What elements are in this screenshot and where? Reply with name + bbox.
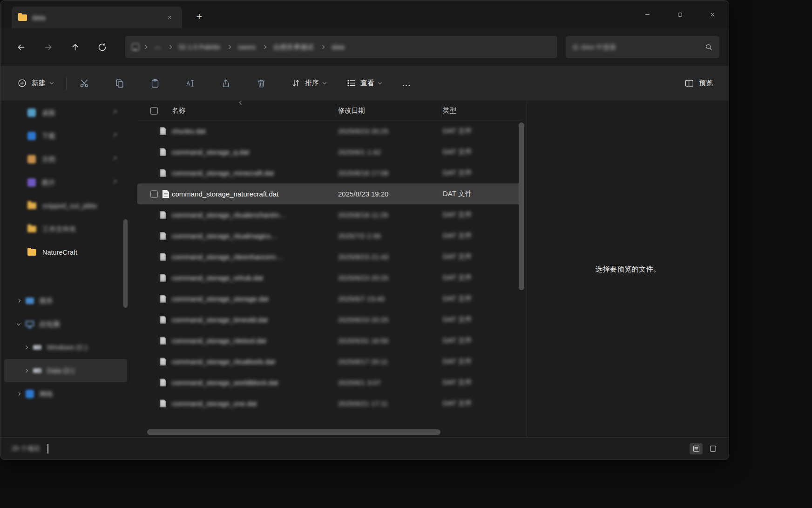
sidebar-section-gap: [0, 264, 134, 289]
breadcrumb-segment[interactable]: 自然世界测试: [271, 41, 317, 54]
file-row[interactable]: command_storage_worldblock.dat 2025/6/1 …: [137, 372, 522, 393]
file-icon: [160, 148, 166, 156]
column-header-name[interactable]: 名称: [172, 106, 332, 115]
view-button[interactable]: 查看: [341, 74, 387, 92]
file-row[interactable]: command_storage_one.dat 2025/6/21 17:11 …: [137, 393, 522, 414]
sidebar-item-naturecraft[interactable]: NatureCraft: [0, 241, 134, 264]
delete-button[interactable]: [250, 73, 272, 94]
sidebar-item-label: Windows (C:): [47, 344, 88, 351]
file-date: 2025/6/1 3:07: [332, 379, 437, 386]
maximize-button[interactable]: [663, 0, 696, 28]
forward-button[interactable]: [36, 37, 60, 57]
file-row[interactable]: command_storage_ritualenchantm… 2025/8/1…: [137, 204, 522, 225]
column-separator[interactable]: [441, 106, 441, 117]
preview-pane-icon: [684, 78, 694, 88]
file-icon: [160, 337, 166, 345]
up-button[interactable]: [63, 37, 87, 57]
breadcrumb-segment[interactable]: saves: [235, 41, 258, 53]
scrollbar-thumb[interactable]: [123, 219, 128, 308]
file-row[interactable]: chunks.dat 2025/6/23 20:25 DAT 文件: [137, 121, 522, 142]
sidebar-item-desktop[interactable]: 桌面: [0, 101, 134, 124]
list-view-icon: [346, 78, 356, 88]
vertical-scrollbar[interactable]: [519, 122, 524, 429]
file-type: DAT 文件: [437, 231, 515, 240]
sidebar-item-gallery[interactable]: 图库: [4, 289, 127, 312]
file-type: DAT 文件: [437, 190, 515, 198]
content-area: 桌面 下载 文档 图片 snipped_out_jddw: [0, 101, 729, 437]
preview-label: 预览: [699, 79, 713, 88]
sidebar-item-data-d[interactable]: Data (D:): [4, 359, 127, 382]
breadcrumb-segment[interactable]: 52.1.5 Palette: [176, 41, 223, 53]
share-icon: [221, 78, 231, 88]
file-row-selected[interactable]: command_storage_naturecraft.dat 2025/8/2…: [137, 183, 522, 204]
chevron-right-icon: [24, 369, 28, 373]
sidebar-item-pictures[interactable]: 图片: [0, 171, 134, 194]
file-date: 2025/5/31 16:55: [332, 337, 437, 345]
select-all-checkbox[interactable]: [150, 107, 158, 115]
address-bar[interactable]: — 52.1.5 Palette saves 自然世界测试 data: [125, 36, 557, 58]
sort-button[interactable]: 排序: [285, 74, 332, 92]
details-view-button[interactable]: [690, 443, 703, 454]
file-date: 2025/8/23 21:43: [332, 253, 437, 261]
new-button[interactable]: 新建: [11, 74, 60, 92]
preview-toggle-button[interactable]: 预览: [679, 74, 718, 92]
large-icons-view-button[interactable]: [706, 443, 719, 454]
back-button[interactable]: [9, 37, 33, 57]
paste-button[interactable]: [144, 73, 166, 94]
file-row[interactable]: command_storage_storage.dat 2025/6/7 23:…: [137, 288, 522, 309]
sidebar-item-label: NatureCraft: [42, 249, 77, 256]
file-icon: [160, 253, 166, 261]
rename-button[interactable]: [179, 73, 202, 94]
scrollbar-thumb[interactable]: [519, 122, 524, 290]
this-pc-icon: [132, 43, 139, 51]
sidebar-scrollbar[interactable]: [123, 120, 128, 408]
cut-button[interactable]: [73, 73, 95, 94]
sidebar-item-folder[interactable]: snipped_out_jddw: [0, 194, 134, 217]
column-header-type[interactable]: 类型: [437, 106, 515, 115]
sidebar-item-folder[interactable]: 工作文件夹: [0, 217, 134, 241]
new-tab-button[interactable]: +: [190, 9, 208, 25]
breadcrumb-chevron-icon: [168, 45, 171, 49]
explorer-tab[interactable]: data: [12, 7, 182, 28]
copy-button[interactable]: [108, 73, 131, 94]
column-separator[interactable]: [336, 106, 336, 117]
horizontal-scrollbar[interactable]: [140, 429, 511, 435]
search-text: 在 data 中搜索: [572, 43, 700, 52]
sidebar-item-windows-c[interactable]: Windows (C:): [4, 336, 127, 359]
chevron-down-icon: [378, 81, 382, 84]
folder-icon: [27, 226, 36, 232]
sidebar-item-network[interactable]: 网络: [4, 382, 127, 406]
column-header-date[interactable]: 修改日期: [332, 106, 437, 115]
file-row[interactable]: command_storage_ritualmagics… 2025/7/2 2…: [137, 225, 522, 246]
search-input[interactable]: 在 data 中搜索: [566, 36, 719, 58]
file-row[interactable]: command_storage_rehub.dat 2025/6/23 20:2…: [137, 267, 522, 288]
file-row[interactable]: command_storage_timeold.dat 2025/6/23 20…: [137, 309, 522, 330]
breadcrumb-segment[interactable]: data: [329, 41, 347, 53]
sidebar-item-downloads[interactable]: 下载: [0, 124, 134, 148]
breadcrumb-segment[interactable]: —: [151, 41, 164, 53]
pin-icon: [112, 108, 118, 117]
row-checkbox[interactable]: [150, 190, 158, 198]
sidebar-item-this-pc[interactable]: 此电脑: [4, 312, 127, 336]
close-button[interactable]: [696, 0, 729, 28]
refresh-button[interactable]: [90, 37, 114, 57]
file-row[interactable]: command_storage_ritualtools.dat 2025/8/1…: [137, 351, 522, 372]
file-name: command_storage_timeold.dat: [172, 316, 332, 324]
file-row[interactable]: command_storage_q.dat 2025/6/1 1:42 DAT …: [137, 142, 522, 163]
pin-icon: [112, 178, 118, 187]
more-options-button[interactable]: …: [396, 73, 417, 94]
sidebar-item-documents[interactable]: 文档: [0, 148, 134, 171]
file-row[interactable]: command_storage_minecraft.dat 2025/8/18 …: [137, 163, 522, 183]
scrollbar-thumb[interactable]: [147, 429, 440, 435]
file-row[interactable]: command_storage_riteenhancem… 2025/8/23 …: [137, 246, 522, 267]
divider: [66, 76, 67, 90]
drive-icon: [33, 345, 41, 350]
file-row[interactable]: command_storage_ritetool.dat 2025/5/31 1…: [137, 330, 522, 351]
file-type: DAT 文件: [437, 357, 515, 366]
documents-icon: [27, 155, 36, 163]
share-button[interactable]: [215, 73, 237, 94]
tab-close-button[interactable]: [163, 12, 176, 24]
minimize-button[interactable]: [631, 0, 663, 28]
chevron-down-icon: [50, 81, 54, 84]
file-type: DAT 文件: [437, 210, 515, 219]
